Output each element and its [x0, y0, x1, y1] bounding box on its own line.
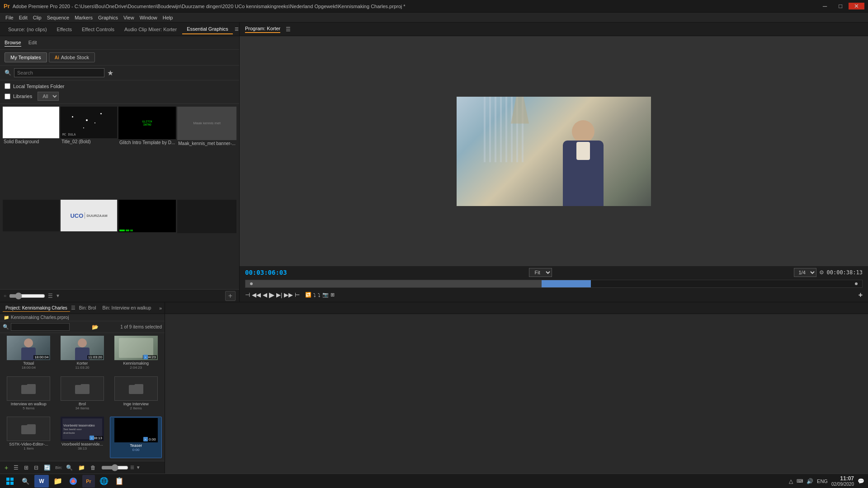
menu-markers[interactable]: Markers [73, 14, 94, 21]
project-search-input[interactable] [11, 323, 70, 331]
proj-tool-icon-view[interactable]: ⊞ [22, 464, 30, 472]
taskbar-premiere-button[interactable]: Pr [82, 475, 95, 488]
loop-button[interactable]: 🔁 [305, 292, 311, 298]
tab-audio-clip-mixer[interactable]: Audio Clip Mixer: Korter [120, 25, 181, 34]
close-button[interactable]: ✕ [849, 3, 864, 9]
proj-tool-freeform-view[interactable]: ⊟ [32, 464, 40, 472]
adobe-stock-button[interactable]: Ai Adobe Stock [49, 52, 95, 62]
template-title02[interactable]: MC DULA Title_02 (Bold) [61, 107, 117, 198]
proj-tool-search[interactable]: 🔍 [64, 464, 75, 472]
menu-window[interactable]: Window [138, 14, 159, 21]
media-item-interview-folder[interactable]: Interview en walkup 5 Items [3, 376, 55, 415]
tab-essential-graphics[interactable]: Essential Graphics [182, 24, 233, 34]
maximize-button[interactable]: □ [833, 3, 848, 9]
program-monitor-tab[interactable]: Program: Korter [245, 26, 280, 33]
proj-tab-interview[interactable]: Bin: Interview en walkup [100, 305, 154, 311]
mark-out-button[interactable]: ⊢ [295, 291, 300, 298]
taskbar-notification-icon[interactable]: △ [789, 478, 793, 484]
my-templates-button[interactable]: My Templates [5, 52, 47, 62]
menu-graphics[interactable]: Graphics [96, 14, 120, 21]
eg-new-item-icon[interactable]: + [225, 291, 236, 301]
insert-button[interactable]: ⤵ [313, 292, 316, 298]
template-glitch-intro[interactable]: GLITCHINTRO Glitch Intro Template by D..… [118, 107, 176, 198]
template-uco[interactable]: UCO DUURZAAM [61, 200, 117, 286]
taskbar-extra2-button[interactable]: 📋 [113, 475, 126, 488]
media-item-kennismaking[interactable]: 2:04:23 + Kennismaking 2:04:23 [110, 336, 162, 375]
play-button[interactable]: ▶ [269, 291, 274, 299]
step-forward-button[interactable]: ▶▶ [284, 291, 293, 298]
monitor-settings-icon[interactable]: ⚙ [819, 269, 824, 276]
proj-tool-list-view[interactable]: ☰ [12, 464, 20, 472]
tab-effects[interactable]: Effects [52, 25, 76, 34]
program-monitor-menu-icon[interactable]: ☰ [286, 26, 291, 33]
menu-edit[interactable]: Edit [17, 14, 29, 21]
next-frame-button[interactable]: ▶| [276, 291, 282, 298]
compare-button[interactable]: ⊞ [330, 292, 335, 298]
taskbar-language[interactable]: ENG [817, 479, 828, 484]
media-item-teaser[interactable]: 0:00 + Teaser 0:00 [110, 417, 162, 458]
eg-size-slider[interactable] [9, 292, 45, 300]
proj-tool-new-bin[interactable]: 📁 [76, 464, 87, 472]
start-button[interactable] [4, 475, 16, 488]
ratio-dropdown[interactable]: 1/4 [794, 268, 816, 277]
taskbar-search-button[interactable]: 🔍 [19, 475, 32, 488]
proj-tool-automate[interactable]: 🔄 [42, 464, 52, 472]
eg-chevron-icon[interactable]: ▼ [56, 293, 60, 298]
media-item-inge-folder[interactable]: Inge Interview 2 Items [110, 376, 162, 415]
taskbar-volume-icon[interactable]: 🔊 [807, 478, 813, 484]
media-item-sstk-folder[interactable]: SSTK-Video-Editor-... 1 Item [3, 417, 55, 458]
libraries-checkbox[interactable] [5, 94, 10, 99]
eg-tab-browse[interactable]: Browse [5, 39, 21, 47]
eg-list-view-icon[interactable]: ☰ [48, 293, 53, 299]
proj-new-folder-icon[interactable]: 📂 [92, 324, 99, 330]
menu-view[interactable]: View [122, 14, 136, 21]
taskbar-chrome-button[interactable] [67, 475, 80, 488]
local-templates-label: Local Templates Folder [13, 84, 65, 89]
tab-effect-controls[interactable]: Effect Controls [77, 25, 119, 34]
local-templates-checkbox[interactable] [5, 83, 10, 89]
export-frame-button[interactable]: 📷 [322, 292, 329, 298]
menu-file[interactable]: File [4, 14, 15, 21]
current-timecode[interactable]: 00:03:06:03 [245, 269, 287, 276]
menu-clip[interactable]: Clip [31, 14, 43, 21]
media-item-voorbeeld[interactable]: Voorbeeld teaservideo Test beeld voor di… [57, 417, 108, 458]
proj-sort-icon[interactable]: ▼ [136, 465, 141, 470]
libraries-dropdown[interactable]: All [38, 92, 59, 101]
media-item-korter[interactable]: 11:03:20 Korter 11:03:20 [57, 336, 108, 375]
proj-tab-brol[interactable]: Bin: Brol [76, 305, 99, 311]
menu-sequence[interactable]: Sequence [45, 14, 71, 21]
taskbar-explorer-button[interactable]: 📁 [52, 475, 64, 488]
mark-in-button[interactable]: ⊣ [245, 291, 250, 298]
proj-list-icon[interactable]: ☰ [130, 465, 134, 470]
taskbar-extra1-button[interactable]: 🌐 [98, 475, 110, 488]
media-item-brol-folder[interactable]: Brol 34 Items [57, 376, 108, 415]
proj-tab-project[interactable]: Project: Kennismaking Charles [3, 305, 70, 312]
media-item-totaal[interactable]: 18:00:04 Totaal 18:00:04 [3, 336, 55, 375]
minimize-button[interactable]: ─ [817, 3, 832, 9]
template-dark2[interactable] [177, 200, 236, 286]
prev-frame-button[interactable]: ◀ [263, 291, 267, 298]
step-back-button[interactable]: ◀◀ [252, 291, 261, 298]
taskbar-word-button[interactable]: W [34, 475, 49, 488]
scrubber-bar[interactable] [245, 280, 863, 288]
proj-tab-menu[interactable]: ☰ [71, 305, 75, 311]
eg-tab-edit[interactable]: Edit [28, 39, 37, 47]
add-marker-button[interactable]: + [859, 291, 863, 299]
template-maak-kennis[interactable]: Maak kennis met Maak_kennis_met banner-.… [177, 107, 236, 198]
proj-overflow-btn[interactable]: » [159, 305, 162, 311]
template-solid-background[interactable]: Solid Background [3, 107, 59, 198]
proj-tool-delete[interactable]: 🗑 [89, 464, 98, 472]
tab-source[interactable]: Source: (no clips) [4, 25, 52, 34]
overwrite-button[interactable]: ⤵ [318, 292, 321, 298]
template-dark1[interactable] [3, 200, 59, 286]
panel-tab-menu-icon[interactable]: ☰ [235, 27, 239, 32]
taskbar-notifications-button[interactable]: 💬 [858, 478, 864, 484]
fit-dropdown[interactable]: Fit [529, 268, 552, 277]
proj-size-slider[interactable] [101, 464, 128, 471]
menu-help[interactable]: Help [161, 14, 175, 21]
proj-tool-new-item[interactable]: + [3, 463, 10, 472]
favorite-icon[interactable]: ★ [107, 69, 113, 77]
eg-search-input[interactable] [14, 68, 104, 77]
title-bar-controls[interactable]: ─ □ ✕ [817, 3, 864, 9]
template-glitch2[interactable] [118, 200, 176, 286]
